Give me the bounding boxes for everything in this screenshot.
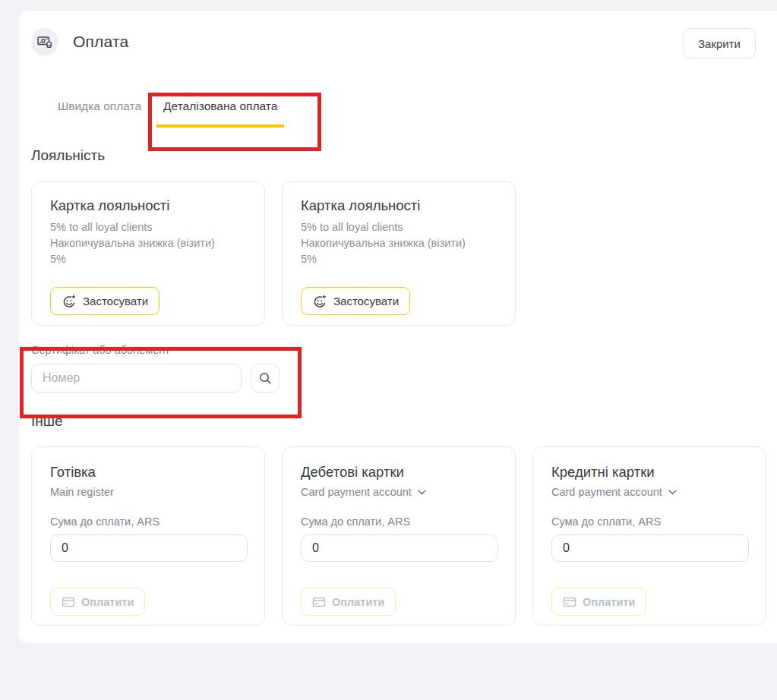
payment-card-title: Кредитні картки <box>551 464 747 481</box>
other-section-heading: Інше <box>31 413 777 430</box>
loyalty-card: Картка лояльності 5% to all loyal client… <box>31 181 265 326</box>
credit-card-icon <box>312 595 326 609</box>
amount-label: Сума до сплати, ARS <box>50 516 246 528</box>
certificate-block: Сертифікат або абонемент <box>31 344 777 393</box>
payment-card-title: Дебетові картки <box>301 464 497 481</box>
certificate-label: Сертифікат або абонемент <box>31 344 777 356</box>
amount-input[interactable] <box>50 534 248 562</box>
account-name: Card payment account <box>301 486 412 498</box>
loyalty-cards-grid: Картка лояльності 5% to all loyal client… <box>31 181 777 326</box>
certificate-input-row <box>31 364 777 393</box>
money-icon <box>36 33 53 50</box>
tab-quick-payment[interactable]: Швидка оплата <box>58 99 141 128</box>
loyalty-section-heading: Лояльність <box>31 147 777 164</box>
loyalty-line: 5% <box>301 251 497 267</box>
close-button[interactable]: Закрити <box>683 28 756 58</box>
amount-input[interactable] <box>551 534 749 562</box>
account-select[interactable]: Card payment account <box>551 486 747 498</box>
smiley-add-icon <box>62 294 77 309</box>
apply-loyalty-button[interactable]: Застосувати <box>301 287 410 315</box>
search-icon <box>258 371 272 385</box>
chevron-down-icon <box>668 490 677 495</box>
apply-loyalty-label: Застосувати <box>83 295 148 307</box>
page-title: Оплата <box>73 33 128 51</box>
loyalty-card-description: 5% to all loyal clients Накопичувальна з… <box>301 219 497 267</box>
payment-card-debit: Дебетові картки Card payment account Сум… <box>282 446 516 626</box>
payment-card-cash: Готівка Main register Сума до сплати, AR… <box>31 446 265 626</box>
account-name: Card payment account <box>551 486 662 498</box>
pay-button[interactable]: Оплатити <box>551 588 646 616</box>
payment-methods-grid: Готівка Main register Сума до сплати, AR… <box>31 446 777 626</box>
pay-button[interactable]: Оплатити <box>50 588 145 616</box>
loyalty-card: Картка лояльності 5% to all loyal client… <box>282 181 516 326</box>
modal-header: Оплата <box>31 28 777 55</box>
account-line: Main register <box>50 486 246 498</box>
certificate-search-button[interactable] <box>251 364 280 393</box>
loyalty-line: 5% to all loyal clients <box>50 219 246 235</box>
chevron-down-icon <box>418 490 426 495</box>
payment-card-credit: Кредитні картки Card payment account Сум… <box>532 446 766 626</box>
apply-loyalty-button[interactable]: Застосувати <box>50 287 160 315</box>
amount-label: Сума до сплати, ARS <box>551 516 747 528</box>
pay-button-label: Оплатити <box>332 596 384 608</box>
payment-tabs: Швидка оплата Деталізована оплата <box>31 99 777 128</box>
loyalty-card-title: Картка лояльності <box>301 197 497 214</box>
account-name: Main register <box>50 486 114 498</box>
loyalty-line: Накопичувальна знижка (візити) <box>50 235 246 251</box>
pay-button-label: Оплатити <box>583 596 635 608</box>
loyalty-line: 5% to all loyal clients <box>301 219 497 235</box>
payment-modal: Оплата Закрити Швидка оплата Деталізован… <box>19 11 777 643</box>
loyalty-line: 5% <box>50 251 246 267</box>
loyalty-card-title: Картка лояльності <box>50 197 246 214</box>
apply-loyalty-label: Застосувати <box>333 295 399 307</box>
smiley-add-icon <box>312 294 327 309</box>
payment-header-icon-badge <box>31 28 58 55</box>
loyalty-line: Накопичувальна знижка (візити) <box>301 235 497 251</box>
certificate-number-input[interactable] <box>31 364 242 393</box>
amount-label: Сума до сплати, ARS <box>301 516 497 528</box>
amount-input[interactable] <box>301 534 498 562</box>
pay-button-label: Оплатити <box>81 596 134 608</box>
account-select[interactable]: Card payment account <box>301 486 497 498</box>
payment-card-title: Готівка <box>50 464 246 481</box>
tab-detailed-payment[interactable]: Деталізована оплата <box>156 99 284 128</box>
credit-card-icon <box>563 595 576 609</box>
loyalty-card-description: 5% to all loyal clients Накопичувальна з… <box>50 219 246 267</box>
payment-modal-page: { "header": { "title": "Оплата", "icon":… <box>0 0 777 700</box>
credit-card-icon <box>62 595 75 609</box>
pay-button[interactable]: Оплатити <box>301 588 396 616</box>
